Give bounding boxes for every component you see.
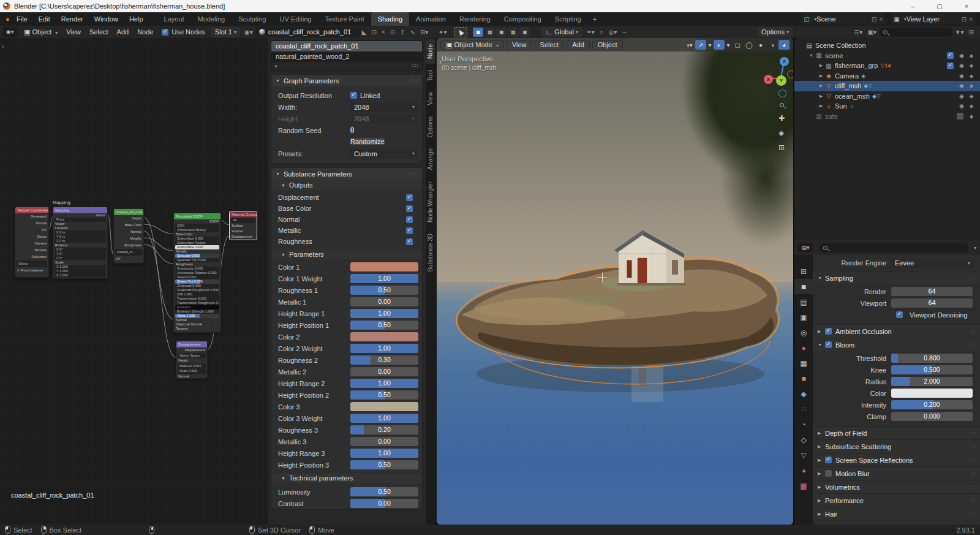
node-socket-subsurface-0-000[interactable]: Subsurface 0.000 [175, 237, 219, 241]
properties-editor-icon[interactable]: ▤▾ [798, 243, 813, 252]
node-socket-point[interactable]: Point [55, 218, 106, 222]
properties-tab-scene[interactable]: ◎ [794, 325, 813, 340]
disclosure-icon[interactable]: ▶ [818, 498, 825, 503]
slider-metallic-3[interactable]: 0.00 [350, 437, 418, 446]
new-scene-icon[interactable]: ⊡ [872, 16, 876, 23]
node-socket-object[interactable]: Object [17, 260, 47, 267]
node-socket-specular-0-500[interactable]: Specular 0.500 [175, 254, 219, 258]
exclude-checkbox[interactable] [947, 52, 957, 59]
exclude-checkbox[interactable] [947, 63, 957, 69]
section-header-hair[interactable]: ▶Hair∷ [813, 507, 980, 520]
node-header[interactable]: Displacement [176, 341, 207, 347]
slider-color-2-weight[interactable]: 1.00 [350, 344, 418, 353]
outliner-row-fisherman-grp[interactable]: ▶▥fisherman_grp▽14◉◈ [794, 61, 980, 71]
scene-name[interactable]: Scene [816, 15, 869, 23]
node-socket-midlevel-0-500[interactable]: Midlevel 0.500 [178, 363, 206, 369]
graph-parameters-header[interactable]: ▼Graph Parameters∷∷ [271, 75, 422, 86]
proportional-falloff-icon[interactable]: ∽ [622, 29, 627, 36]
disclosure-icon[interactable]: ▶ [818, 444, 825, 449]
node-material-output[interactable]: Material OutputAllSurfaceVolumeDisplacem… [229, 211, 257, 240]
menu-file[interactable]: File [11, 12, 33, 26]
slider-metallic-1[interactable]: 0.00 [350, 297, 418, 306]
node-socket-emission-strength-1-000[interactable]: Emission Strength 1.000 [175, 309, 219, 314]
proportional-editing-icon[interactable]: ◎▾ [609, 29, 617, 36]
slider-threshold[interactable]: 0.800 [891, 354, 973, 363]
disable-render-icon[interactable]: ◈ [967, 103, 976, 109]
node-socket-coastal-cl[interactable]: coastal_cl... [115, 249, 142, 256]
section-header-volumetrics[interactable]: ▶Volumetrics∷ [813, 480, 980, 493]
overlays-dropdown-icon[interactable]: ▾ [725, 40, 731, 50]
disable-render-icon[interactable]: ◈ [967, 53, 976, 59]
material-name[interactable]: coastal_cliff_rock_patch_01 [268, 28, 352, 36]
workspace-tab-uv-editing[interactable]: UV Editing [273, 12, 318, 26]
node-socket-anisotropic-0-000[interactable]: Anisotropic 0.000 [175, 267, 219, 271]
shading-rendered-icon[interactable]: ◕ [778, 40, 790, 50]
slider-roughness-3[interactable]: 0.20 [350, 425, 418, 434]
workspace-tab-scripting[interactable]: Scripting [548, 12, 588, 26]
properties-tab-collection[interactable]: ▦ [794, 355, 813, 371]
technical-subheader[interactable]: ▼Technical parameters [271, 472, 422, 483]
outliner-row-scene-collection[interactable]: ▤Scene Collection [794, 40, 980, 51]
sidebar-tab-node[interactable]: Node [426, 39, 435, 64]
properties-tab-object[interactable]: ■ [794, 371, 813, 386]
object-name[interactable]: Camera [835, 72, 859, 80]
outliner-row-ocean-msh[interactable]: ▶▽ocean_msh◆▽◉◈ [794, 91, 980, 102]
output-checkbox-displacement[interactable] [406, 194, 413, 201]
properties-tab-tool[interactable]: ⊞ [794, 264, 813, 279]
output-checkbox-base-color[interactable] [406, 205, 413, 212]
presets-dropdown[interactable]: Custom▾ [350, 149, 418, 158]
node-socket-christensen-burley[interactable]: Christensen-Burley [175, 228, 219, 232]
add-workspace-button[interactable]: + [588, 15, 601, 23]
menu-window[interactable]: Window [89, 12, 124, 26]
node-socket-x-0-m[interactable]: X 0 m [55, 230, 106, 235]
node-socket-x-1-000[interactable]: X 1.000 [55, 265, 106, 269]
properties-tab-texture[interactable]: ▩ [794, 478, 813, 493]
object-name[interactable]: cliff_msh [835, 82, 861, 89]
slider-radius[interactable]: 2.000 [891, 377, 973, 386]
gizmo-y-axis[interactable]: Y [776, 75, 786, 86]
sidebar-tab-view[interactable]: View [426, 87, 435, 110]
linked-checkbox[interactable]: Linked [350, 91, 418, 100]
overlays-toggle-icon[interactable]: ◐ [714, 40, 725, 50]
sidebar-tab-options[interactable]: Options [426, 112, 435, 142]
node-socket-y-1-000[interactable]: Y 1.000 [55, 269, 106, 273]
overlay-toggle-icon[interactable]: ⊞▾ [420, 29, 428, 36]
slider-color-3-weight[interactable]: 1.00 [350, 414, 418, 423]
slider-metallic-2[interactable]: 0.00 [350, 367, 418, 376]
node-socket-anisotropic-rotation-0-000[interactable]: Anisotropic Rotation 0.000 [175, 271, 219, 275]
node-socket-scale-0-500[interactable]: Scale 0.500 [178, 368, 206, 374]
checkbox-viewport-denoising[interactable] [896, 311, 903, 318]
properties-tab-object-data[interactable]: ▽ [794, 447, 813, 463]
new-collection-icon[interactable]: ⊞ [969, 29, 974, 36]
node-socket-clearcoat-0-000[interactable]: Clearcoat 0.000 [175, 284, 219, 288]
menu-edit[interactable]: Edit [33, 12, 56, 26]
delete-view-layer-icon[interactable]: × [969, 16, 973, 23]
section-header-performance[interactable]: ▶Performance∷ [813, 494, 980, 507]
pin-icon[interactable]: ⊙ [390, 29, 395, 36]
outliner-filter-icon[interactable]: ▼▾ [955, 29, 964, 36]
slider-roughness-2[interactable]: 0.30 [350, 355, 418, 365]
color-swatch-color-3[interactable] [350, 402, 418, 411]
node-socket-z-0[interactable]: Z 0° [55, 256, 106, 260]
close-button[interactable]: × [953, 0, 980, 12]
expand-icon[interactable]: ▶ [818, 104, 824, 108]
snap-node-icon[interactable]: ∿ [410, 29, 415, 36]
options-button[interactable]: Options▾ [758, 27, 793, 37]
sidebar-tab-arrange[interactable]: Arrange [426, 143, 435, 175]
node-socket-z-1-000[interactable]: Z 1.000 [55, 273, 106, 278]
node-header[interactable]: Material Output [230, 211, 257, 218]
disclosure-icon[interactable]: ▼ [818, 276, 825, 280]
workspace-tab-layout[interactable]: Layout [157, 12, 191, 26]
outliner-filter-image-icon[interactable]: ▣▾ [867, 29, 876, 36]
section-header-screen-space-reflections[interactable]: ▶Screen Space Reflections∷ [813, 453, 980, 466]
view-layer-selector[interactable]: ▣▾ View Layer ⊡ × [891, 13, 975, 25]
outputs-subheader[interactable]: ▼Outputs [271, 180, 422, 190]
material-slot-coastal-cliff-rock-patch-01[interactable]: coastal_cliff_rock_patch_01 [271, 41, 422, 51]
outliner-search-input[interactable] [879, 28, 952, 37]
gizmo-neg-z-axis[interactable] [778, 89, 786, 97]
shading-wireframe-icon[interactable]: ◯ [744, 40, 755, 50]
select-mode-invert-icon[interactable]: ▩ [508, 28, 518, 37]
node-socket-clearcoat-roughness-0-030[interactable]: Clearcoat Roughness 0.030 [175, 288, 219, 292]
expand-icon[interactable]: ▼ [808, 53, 815, 58]
disable-render-icon[interactable]: ◈ [967, 73, 976, 79]
